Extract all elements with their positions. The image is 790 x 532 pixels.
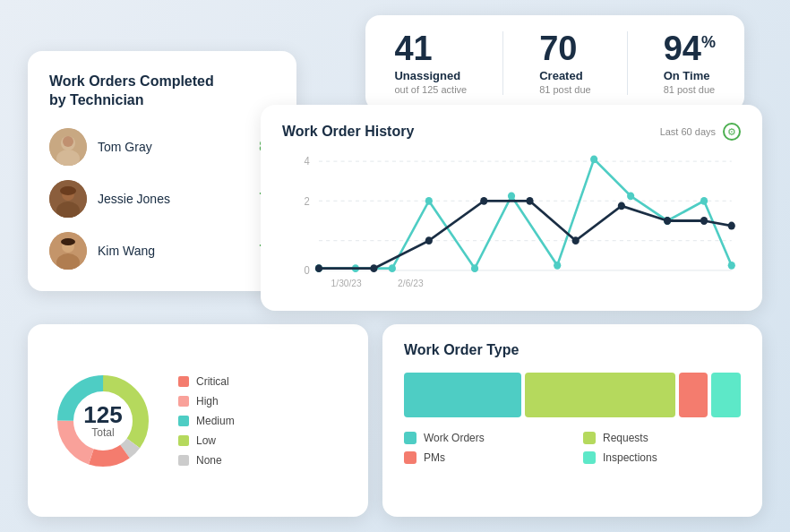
ontime-label: On Time [664,69,710,82]
type-label-pms: PMs [424,451,445,464]
created-sub: 81 post due [539,84,591,95]
svg-point-32 [728,262,735,270]
type-dot-pms [404,451,416,464]
svg-point-37 [526,197,533,205]
legend-dot-none [178,455,189,466]
svg-text:2: 2 [304,194,309,206]
bottom-section: 125 Total Critical High Medium [28,324,762,517]
svg-point-25 [471,264,478,272]
history-chart: 4 2 0 1/30/23 2/6/23 [282,151,741,290]
unassigned-number: 41 [394,31,432,65]
svg-point-42 [728,222,735,230]
svg-point-35 [425,236,433,245]
settings-icon[interactable]: ⚙ [723,123,741,141]
history-card: Work Order History Last 60 days ⚙ 4 2 0 … [261,105,762,311]
legend-item-none: None [178,454,235,467]
created-number: 70 [539,31,577,65]
legend-dot-low [178,435,189,446]
history-title: Work Order History [282,124,414,140]
technician-row: Jessie Jones 76 [49,180,275,218]
tech-name-tom: Tom Gray [98,140,248,154]
legend-dot-high [178,396,189,407]
legend-label-high: High [196,395,219,408]
bar-workorders [404,373,521,417]
divider-1 [502,31,503,95]
type-dot-workorders [404,432,416,444]
technician-card-title: Work Orders Completed by Technician [49,73,275,110]
unassigned-sub: out of 125 active [394,84,467,95]
bar-requests [525,373,674,417]
donut-center: 125 Total [83,403,122,439]
legend-item-medium: Medium [178,415,235,427]
legend-dot-medium [178,416,189,426]
type-dot-requests [583,432,596,444]
svg-point-31 [700,197,708,205]
svg-point-23 [389,264,396,272]
type-label-requests: Requests [603,432,648,444]
donut-total-label: Total [83,426,122,439]
svg-point-29 [627,192,634,200]
legend-label-none: None [196,454,222,467]
technician-row: Kim Wang 75 [49,232,275,270]
tech-name-kim: Kim Wang [98,244,248,258]
chart-area: 4 2 0 1/30/23 2/6/23 [282,151,741,290]
type-label-workorders: Work Orders [424,432,485,444]
type-card-title: Work Order Type [404,342,741,358]
svg-point-34 [370,264,377,272]
svg-text:1/30/23: 1/30/23 [331,277,362,287]
technician-list: Tom Gray 84 Jessie Jones 76 [49,128,275,270]
type-legend-inspections: Inspections [583,451,741,464]
tech-name-jessie: Jessie Jones [98,192,248,206]
divider-2 [627,31,628,95]
legend-label-critical: Critical [196,375,229,388]
avatar-jessie [49,180,87,218]
svg-point-27 [554,262,561,270]
ontime-sub: 81 post due [664,84,716,95]
stat-created: 70 Created 81 post due [539,31,591,95]
bar-pms [679,373,708,417]
bar-inspections [711,373,741,417]
svg-point-39 [618,202,625,210]
donut-chart: 125 Total [49,367,157,475]
legend-item-high: High [178,395,235,408]
donut-total-number: 125 [83,403,122,426]
bar-chart [404,373,741,417]
legend-label-medium: Medium [196,415,235,427]
stat-ontime: 94% On Time 81 post due [664,31,716,95]
donut-legend: Critical High Medium Low None [178,375,235,467]
type-label-inspections: Inspections [603,451,657,464]
type-legend-workorders: Work Orders [404,432,562,444]
svg-point-40 [664,217,671,225]
type-legend-pms: PMs [404,451,562,464]
legend-dot-critical [178,376,189,387]
created-label: Created [539,69,582,82]
history-period: Last 60 days [660,126,716,137]
legend-label-low: Low [196,434,216,447]
stats-bar: 41 Unassigned out of 125 active 70 Creat… [365,15,744,111]
svg-point-33 [315,264,322,272]
svg-point-26 [508,192,515,200]
technician-card: Work Orders Completed by Technician Tom … [28,51,296,291]
svg-text:0: 0 [304,264,310,276]
legend-item-critical: Critical [178,375,235,388]
svg-point-3 [63,136,73,147]
history-controls: Last 60 days ⚙ [660,123,741,141]
ontime-number: 94% [664,31,716,65]
svg-point-36 [480,197,487,205]
history-header: Work Order History Last 60 days ⚙ [282,123,741,141]
svg-point-28 [590,155,597,163]
svg-point-38 [572,236,580,245]
legend-item-low: Low [178,434,235,447]
type-dot-inspections [583,451,596,464]
avatar-tom [49,128,87,166]
type-legend: Work Orders Requests PMs Inspections [404,432,741,464]
svg-point-7 [60,186,76,195]
donut-card: 125 Total Critical High Medium [28,324,368,517]
svg-text:4: 4 [304,155,310,167]
stat-unassigned: 41 Unassigned out of 125 active [394,31,467,95]
svg-point-11 [61,238,75,245]
dashboard-container: 41 Unassigned out of 125 active 70 Creat… [28,15,762,517]
technician-row: Tom Gray 84 [49,128,275,166]
type-legend-requests: Requests [583,432,741,444]
svg-point-24 [425,197,433,205]
